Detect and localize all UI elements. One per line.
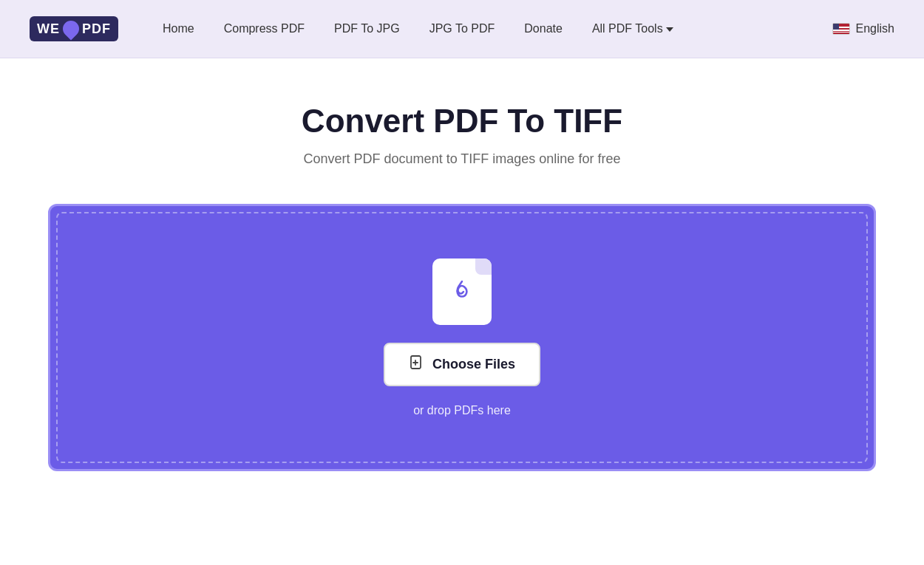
logo-pdf-text: PDF [82,21,111,37]
nav-pdf-to-jpg[interactable]: PDF To JPG [334,22,400,35]
choose-files-label: Choose Files [432,357,515,372]
logo[interactable]: WE PDF [30,16,118,41]
page-title: Convert PDF To TIFF [302,103,622,140]
nav-donate[interactable]: Donate [524,22,563,35]
language-label: English [856,22,894,35]
chevron-down-icon [666,27,673,32]
main-content: Convert PDF To TIFF Convert PDF document… [0,58,924,565]
file-plus-icon [409,355,425,374]
choose-files-button[interactable]: Choose Files [384,343,540,386]
flag-icon [832,23,850,35]
site-header: WE PDF Home Compress PDF PDF To JPG JPG … [0,0,924,58]
acrobat-icon [446,275,478,308]
drop-hint-text: or drop PDFs here [413,404,511,417]
all-tools-label: All PDF Tools [592,22,663,35]
logo-we-text: WE [37,21,60,37]
dropzone-inner[interactable]: Choose Files or drop PDFs here [56,212,868,463]
pdf-file-icon [432,258,492,325]
nav-home[interactable]: Home [163,22,194,35]
nav-jpg-to-pdf[interactable]: JPG To PDF [429,22,495,35]
nav-all-pdf-tools[interactable]: All PDF Tools [592,22,673,35]
dropzone-outer[interactable]: Choose Files or drop PDFs here [48,204,876,471]
main-nav: Home Compress PDF PDF To JPG JPG To PDF … [163,22,832,35]
language-selector[interactable]: English [832,22,894,35]
page-subtitle: Convert PDF document to TIFF images onli… [304,151,621,167]
nav-compress-pdf[interactable]: Compress PDF [224,22,305,35]
logo-thumb-icon [59,17,82,40]
